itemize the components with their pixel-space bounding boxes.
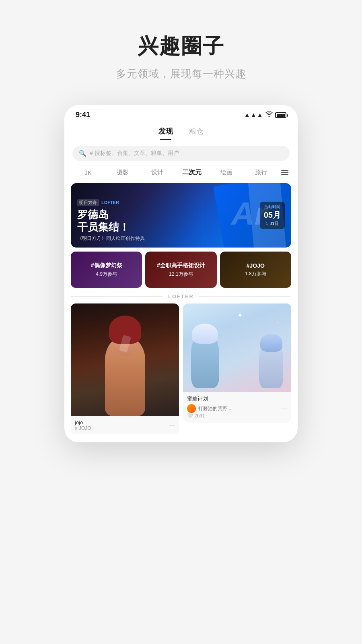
content-grid: jojo # JOJO ··· ✦ [64, 303, 298, 442]
tag-card-fulltime-count: 12.1万参与 [169, 271, 193, 278]
lofter-line-right [199, 296, 291, 297]
content-more-jojo[interactable]: ··· [169, 421, 175, 429]
category-more-button[interactable] [278, 170, 291, 175]
content-info-jojo: jojo # JOJO ··· [71, 416, 179, 434]
content-author-jojo: jojo # JOJO [75, 419, 91, 431]
cat-photography[interactable]: 摄影 [105, 167, 140, 178]
content-card-anime[interactable]: ✦ ✦ 蜜糖计划 打酱油的荒野... ··· 🤍 2631 [183, 303, 291, 423]
content-bottom-row-anime: 打酱油的荒野... ··· [187, 404, 287, 413]
tab-grain[interactable]: 粮仓 [189, 126, 204, 140]
tag-card-fulltime-overlay: #全职高手格裙设计 12.1万参与 [145, 252, 216, 288]
like-count-anime: 🤍 2631 [187, 413, 287, 419]
page-title: 兴趣圈子 [116, 32, 246, 60]
signal-icon: ▲▲▲ [244, 111, 263, 119]
tag-card-jojo-overlay: #JOJO 1.8万参与 [220, 252, 291, 288]
tag-card-jojo[interactable]: #JOJO 1.8万参与 [220, 252, 291, 288]
cat-anime[interactable]: 二次元 [175, 167, 209, 178]
search-bar[interactable]: 🔍 # 搜标签、合集、文章、粮单、用户 [72, 146, 290, 161]
tabs-container: 发现 粮仓 [64, 122, 298, 140]
banner-top-label: 明日方舟 LOFTER [77, 199, 145, 206]
banner-date-label: 活动时间 [264, 204, 281, 210]
banner-app-name: 明日方舟 [77, 199, 99, 206]
category-nav: JK 摄影 设计 二次元 绘画 旅行 [64, 167, 298, 183]
battery-icon [275, 112, 286, 118]
phone-frame: 9:41 ▲▲▲ 发现 粮仓 🔍 # 搜标签、合集、文章、粮单、用户 JK 摄影… [64, 105, 298, 442]
banner[interactable]: Ar 明日方舟 LOFTER 罗德岛 干员集结！ 《明日方舟》同人绘画创作特典 … [71, 183, 291, 248]
tag-card-idol-overlay: #偶像梦幻祭 4.9万参与 [71, 252, 142, 288]
tag-card-fulltime[interactable]: #全职高手格裙设计 12.1万参与 [145, 252, 216, 288]
tag-card-idol-count: 4.9万参与 [96, 271, 117, 278]
banner-date-month: 05月 [264, 210, 281, 221]
content-col-left: jojo # JOJO ··· [71, 303, 179, 434]
status-icons: ▲▲▲ [244, 111, 286, 119]
tag-card-jojo-count: 1.8万参与 [245, 270, 266, 277]
user-name-anime: 打酱油的荒野... [198, 405, 279, 412]
wifi-icon [265, 111, 273, 119]
banner-title-1: 罗德岛 [77, 208, 145, 221]
banner-date-badge: 活动时间 05月 1-31日 [260, 202, 285, 229]
cat-painting[interactable]: 绘画 [209, 167, 244, 178]
content-bottom-anime: 蜜糖计划 打酱油的荒野... ··· 🤍 2631 [183, 392, 291, 423]
banner-date-range: 1-31日 [264, 221, 281, 227]
tag-card-idol[interactable]: #偶像梦幻祭 4.9万参与 [71, 252, 142, 288]
status-time: 9:41 [76, 111, 90, 119]
user-avatar-anime [187, 404, 196, 413]
banner-title-2: 干员集结！ [77, 221, 145, 233]
search-placeholder: # 搜标签、合集、文章、粮单、用户 [90, 150, 179, 157]
lofter-divider: LOFTER [71, 293, 291, 299]
tag-card-idol-name: #偶像梦幻祭 [91, 262, 122, 269]
content-more-anime[interactable]: ··· [281, 405, 287, 413]
tag-grid: #偶像梦幻祭 4.9万参与 #全职高手格裙设计 12.1万参与 #JOJO 1.… [71, 252, 291, 288]
search-icon: 🔍 [79, 150, 86, 157]
lofter-line-left [71, 296, 163, 297]
content-col-right: ✦ ✦ 蜜糖计划 打酱油的荒野... ··· 🤍 2631 [183, 303, 291, 434]
tab-discover[interactable]: 发现 [158, 126, 173, 140]
status-bar: 9:41 ▲▲▲ [64, 105, 298, 122]
lofter-brand: LOFTER [168, 293, 194, 299]
banner-lofter: LOFTER [101, 200, 119, 205]
banner-content: 明日方舟 LOFTER 罗德岛 干员集结！ 《明日方舟》同人绘画创作特典 [71, 194, 151, 248]
tag-card-jojo-name: #JOJO [247, 262, 265, 269]
content-title-anime: 蜜糖计划 [187, 395, 287, 402]
tag-card-fulltime-name: #全职高手格裙设计 [157, 262, 205, 269]
page-header: 兴趣圈子 多元领域，展现每一种兴趣 [108, 0, 254, 93]
content-card-jojo[interactable]: jojo # JOJO ··· [71, 303, 179, 434]
cat-travel[interactable]: 旅行 [244, 167, 278, 178]
cat-design[interactable]: 设计 [140, 167, 175, 178]
banner-subtitle: 《明日方舟》同人绘画创作特典 [77, 235, 145, 242]
page-subtitle: 多元领域，展现每一种兴趣 [116, 67, 246, 81]
heart-icon: 🤍 [187, 413, 193, 419]
cat-jk[interactable]: JK [71, 167, 105, 178]
